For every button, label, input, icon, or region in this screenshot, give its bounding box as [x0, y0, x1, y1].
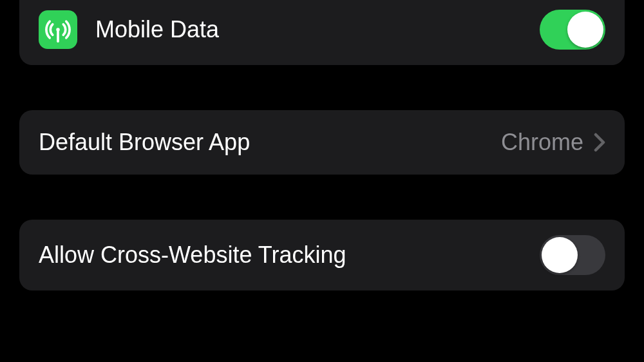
mobile-data-row[interactable]: Mobile Data [19, 0, 625, 65]
toggle-knob [567, 12, 603, 48]
mobile-data-label: Mobile Data [95, 16, 540, 43]
settings-container: Mobile Data Default Browser App Chrome A… [0, 0, 644, 291]
settings-group-tracking: Allow Cross-Website Tracking [19, 220, 625, 291]
settings-group-browser: Default Browser App Chrome [19, 110, 625, 175]
toggle-knob [542, 237, 578, 273]
cross-website-tracking-toggle[interactable] [540, 235, 605, 275]
antenna-icon [44, 15, 72, 44]
cross-website-tracking-label: Allow Cross-Website Tracking [39, 242, 540, 269]
default-browser-label: Default Browser App [39, 129, 501, 156]
cross-website-tracking-row[interactable]: Allow Cross-Website Tracking [19, 220, 625, 291]
default-browser-row[interactable]: Default Browser App Chrome [19, 110, 625, 175]
mobile-data-icon [39, 10, 77, 49]
mobile-data-toggle[interactable] [540, 10, 605, 50]
settings-group-access: Mobile Data [19, 0, 625, 65]
default-browser-value: Chrome [501, 129, 583, 156]
chevron-right-icon [594, 133, 605, 152]
